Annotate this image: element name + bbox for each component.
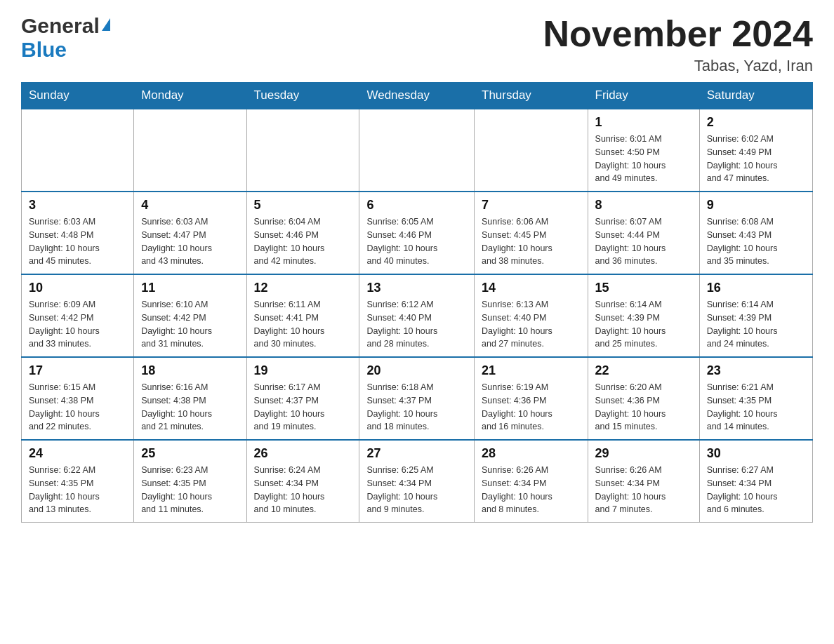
day-number: 30	[707, 446, 805, 461]
calendar-day-cell: 8Sunrise: 6:07 AM Sunset: 4:44 PM Daylig…	[588, 192, 699, 274]
day-number: 18	[141, 363, 239, 378]
calendar-day-cell: 5Sunrise: 6:04 AM Sunset: 4:46 PM Daylig…	[246, 192, 359, 274]
calendar-day-cell: 17Sunrise: 6:15 AM Sunset: 4:38 PM Dayli…	[22, 357, 134, 440]
calendar-day-cell: 9Sunrise: 6:08 AM Sunset: 4:43 PM Daylig…	[699, 192, 812, 274]
day-info: Sunrise: 6:23 AM Sunset: 4:35 PM Dayligh…	[141, 464, 239, 516]
calendar-day-cell: 23Sunrise: 6:21 AM Sunset: 4:35 PM Dayli…	[699, 357, 812, 440]
day-info: Sunrise: 6:13 AM Sunset: 4:40 PM Dayligh…	[482, 298, 581, 351]
day-info: Sunrise: 6:01 AM Sunset: 4:50 PM Dayligh…	[595, 133, 692, 185]
calendar-header-row: SundayMondayTuesdayWednesdayThursdayFrid…	[22, 83, 813, 109]
day-number: 7	[482, 198, 581, 213]
day-number: 27	[366, 446, 467, 461]
calendar-day-cell	[134, 109, 246, 192]
day-info: Sunrise: 6:24 AM Sunset: 4:34 PM Dayligh…	[254, 464, 352, 516]
day-number: 21	[482, 363, 581, 378]
calendar-week-row: 3Sunrise: 6:03 AM Sunset: 4:48 PM Daylig…	[22, 192, 813, 274]
calendar-day-cell	[475, 109, 588, 192]
logo-triangle-icon	[102, 18, 110, 31]
calendar-day-cell: 18Sunrise: 6:16 AM Sunset: 4:38 PM Dayli…	[134, 357, 246, 440]
day-number: 13	[366, 281, 467, 295]
calendar-day-cell: 27Sunrise: 6:25 AM Sunset: 4:34 PM Dayli…	[359, 440, 475, 523]
page-header: General Blue November 2024 Tabas, Yazd, …	[21, 14, 813, 75]
day-number: 20	[366, 363, 467, 378]
day-info: Sunrise: 6:05 AM Sunset: 4:46 PM Dayligh…	[366, 215, 467, 268]
day-number: 24	[29, 446, 126, 461]
calendar-day-cell: 22Sunrise: 6:20 AM Sunset: 4:36 PM Dayli…	[588, 357, 699, 440]
day-number: 2	[707, 115, 805, 130]
day-info: Sunrise: 6:04 AM Sunset: 4:46 PM Dayligh…	[254, 215, 352, 268]
day-info: Sunrise: 6:03 AM Sunset: 4:47 PM Dayligh…	[141, 215, 239, 268]
calendar-day-cell: 16Sunrise: 6:14 AM Sunset: 4:39 PM Dayli…	[699, 274, 812, 357]
title-block: November 2024 Tabas, Yazd, Iran	[543, 14, 813, 75]
day-number: 26	[254, 446, 352, 461]
day-number: 11	[141, 281, 239, 295]
calendar-day-cell: 4Sunrise: 6:03 AM Sunset: 4:47 PM Daylig…	[134, 192, 246, 274]
calendar-day-cell: 29Sunrise: 6:26 AM Sunset: 4:34 PM Dayli…	[588, 440, 699, 523]
day-info: Sunrise: 6:14 AM Sunset: 4:39 PM Dayligh…	[707, 298, 805, 351]
calendar-day-cell	[246, 109, 359, 192]
location: Tabas, Yazd, Iran	[543, 57, 813, 75]
calendar-header-wednesday: Wednesday	[359, 83, 475, 109]
day-info: Sunrise: 6:14 AM Sunset: 4:39 PM Dayligh…	[595, 298, 692, 351]
calendar-day-cell: 20Sunrise: 6:18 AM Sunset: 4:37 PM Dayli…	[359, 357, 475, 440]
calendar-header-monday: Monday	[134, 83, 246, 109]
calendar-header-tuesday: Tuesday	[246, 83, 359, 109]
day-number: 8	[595, 198, 692, 213]
day-info: Sunrise: 6:26 AM Sunset: 4:34 PM Dayligh…	[482, 464, 581, 516]
day-number: 22	[595, 363, 692, 378]
day-number: 4	[141, 198, 239, 213]
calendar-day-cell: 28Sunrise: 6:26 AM Sunset: 4:34 PM Dayli…	[475, 440, 588, 523]
day-number: 19	[254, 363, 352, 378]
day-number: 10	[29, 281, 126, 295]
day-info: Sunrise: 6:09 AM Sunset: 4:42 PM Dayligh…	[29, 298, 126, 351]
calendar-week-row: 17Sunrise: 6:15 AM Sunset: 4:38 PM Dayli…	[22, 357, 813, 440]
day-info: Sunrise: 6:16 AM Sunset: 4:38 PM Dayligh…	[141, 381, 239, 434]
calendar-header-sunday: Sunday	[22, 83, 134, 109]
calendar-day-cell: 2Sunrise: 6:02 AM Sunset: 4:49 PM Daylig…	[699, 109, 812, 192]
day-number: 29	[595, 446, 692, 461]
day-info: Sunrise: 6:22 AM Sunset: 4:35 PM Dayligh…	[29, 464, 126, 516]
calendar-day-cell: 10Sunrise: 6:09 AM Sunset: 4:42 PM Dayli…	[22, 274, 134, 357]
day-info: Sunrise: 6:26 AM Sunset: 4:34 PM Dayligh…	[595, 464, 692, 516]
day-info: Sunrise: 6:18 AM Sunset: 4:37 PM Dayligh…	[366, 381, 467, 434]
calendar-header-thursday: Thursday	[475, 83, 588, 109]
calendar-day-cell: 12Sunrise: 6:11 AM Sunset: 4:41 PM Dayli…	[246, 274, 359, 357]
logo-blue-text: Blue	[21, 38, 67, 61]
calendar-day-cell: 15Sunrise: 6:14 AM Sunset: 4:39 PM Dayli…	[588, 274, 699, 357]
calendar-day-cell: 1Sunrise: 6:01 AM Sunset: 4:50 PM Daylig…	[588, 109, 699, 192]
day-info: Sunrise: 6:21 AM Sunset: 4:35 PM Dayligh…	[707, 381, 805, 434]
day-number: 12	[254, 281, 352, 295]
day-number: 16	[707, 281, 805, 295]
day-info: Sunrise: 6:12 AM Sunset: 4:40 PM Dayligh…	[366, 298, 467, 351]
calendar-day-cell: 25Sunrise: 6:23 AM Sunset: 4:35 PM Dayli…	[134, 440, 246, 523]
calendar-week-row: 24Sunrise: 6:22 AM Sunset: 4:35 PM Dayli…	[22, 440, 813, 523]
day-number: 9	[707, 198, 805, 213]
calendar-day-cell: 6Sunrise: 6:05 AM Sunset: 4:46 PM Daylig…	[359, 192, 475, 274]
calendar-day-cell: 19Sunrise: 6:17 AM Sunset: 4:37 PM Dayli…	[246, 357, 359, 440]
calendar-day-cell: 7Sunrise: 6:06 AM Sunset: 4:45 PM Daylig…	[475, 192, 588, 274]
day-number: 5	[254, 198, 352, 213]
calendar-header-saturday: Saturday	[699, 83, 812, 109]
day-info: Sunrise: 6:15 AM Sunset: 4:38 PM Dayligh…	[29, 381, 126, 434]
day-number: 25	[141, 446, 239, 461]
day-info: Sunrise: 6:07 AM Sunset: 4:44 PM Dayligh…	[595, 215, 692, 268]
calendar-day-cell: 30Sunrise: 6:27 AM Sunset: 4:34 PM Dayli…	[699, 440, 812, 523]
day-number: 1	[595, 115, 692, 130]
logo: General Blue	[21, 14, 110, 62]
day-info: Sunrise: 6:08 AM Sunset: 4:43 PM Dayligh…	[707, 215, 805, 268]
calendar-day-cell: 21Sunrise: 6:19 AM Sunset: 4:36 PM Dayli…	[475, 357, 588, 440]
calendar-day-cell: 11Sunrise: 6:10 AM Sunset: 4:42 PM Dayli…	[134, 274, 246, 357]
calendar-table: SundayMondayTuesdayWednesdayThursdayFrid…	[21, 82, 813, 523]
day-info: Sunrise: 6:11 AM Sunset: 4:41 PM Dayligh…	[254, 298, 352, 351]
logo-general-text: General	[21, 14, 100, 38]
day-number: 23	[707, 363, 805, 378]
day-info: Sunrise: 6:17 AM Sunset: 4:37 PM Dayligh…	[254, 381, 352, 434]
day-info: Sunrise: 6:02 AM Sunset: 4:49 PM Dayligh…	[707, 133, 805, 185]
day-number: 15	[595, 281, 692, 295]
day-info: Sunrise: 6:25 AM Sunset: 4:34 PM Dayligh…	[366, 464, 467, 516]
day-info: Sunrise: 6:06 AM Sunset: 4:45 PM Dayligh…	[482, 215, 581, 268]
calendar-day-cell	[359, 109, 475, 192]
day-info: Sunrise: 6:03 AM Sunset: 4:48 PM Dayligh…	[29, 215, 126, 268]
day-number: 3	[29, 198, 126, 213]
calendar-day-cell: 3Sunrise: 6:03 AM Sunset: 4:48 PM Daylig…	[22, 192, 134, 274]
